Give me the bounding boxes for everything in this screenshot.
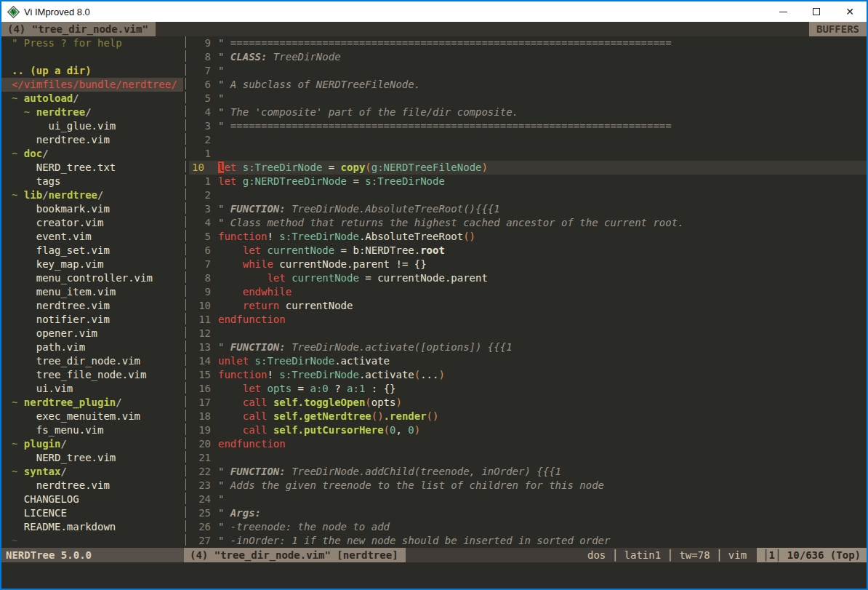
code-line[interactable]: 11endfunction <box>189 313 867 327</box>
line-number: 1 <box>189 175 211 188</box>
code-line-text: function! s:TreeDirNode.activate(...) <box>211 368 445 382</box>
tree-item[interactable] <box>1 50 183 64</box>
code-line[interactable]: 27" -inOrder: 1 if the new node should b… <box>189 534 867 548</box>
tree-item[interactable]: ~ nerdtree_plugin/ <box>1 396 183 410</box>
code-line[interactable]: 9 endwhile <box>189 285 867 299</box>
code-line[interactable]: 21 <box>189 451 867 465</box>
command-line[interactable] <box>1 562 867 589</box>
tree-item[interactable]: ~ syntax/ <box>1 465 183 479</box>
line-number: 14 <box>189 354 211 368</box>
code-line[interactable]: 19 call self.putCursorHere(0, 0) <box>189 423 867 437</box>
tree-item[interactable]: fs_menu.vim <box>1 423 183 437</box>
tree-item[interactable]: NERD_tree.vim <box>1 451 183 465</box>
code-line[interactable]: 4" The 'composite' part of the file/dir … <box>189 105 867 119</box>
code-line[interactable]: 25" Args: <box>189 506 867 520</box>
tree-item[interactable]: ~ autoload/ <box>1 92 183 105</box>
tree-item[interactable]: creator.vim <box>1 216 183 230</box>
tree-item[interactable]: ~ plugin/ <box>1 437 183 451</box>
code-line[interactable]: 7" <box>189 64 867 78</box>
code-line-text: call self.getNerdtree().render() <box>211 410 438 423</box>
tree-item[interactable]: event.vim <box>1 230 183 244</box>
tree-item[interactable]: ui.vim <box>1 382 183 396</box>
tree-item-text: key_map.vim <box>4 258 103 270</box>
code-line[interactable]: 1 <box>189 147 867 161</box>
tab-tree-dir-node[interactable]: (4) "tree_dir_node.vim" <box>1 22 156 36</box>
tree-item[interactable]: ~ lib/nerdtree/ <box>1 188 183 202</box>
code-line-text: " -treenode: the node to add <box>211 520 390 534</box>
code-line[interactable]: 23" Adds the given treenode to the list … <box>189 479 867 493</box>
tree-item[interactable]: LICENCE <box>1 506 183 520</box>
tree-item[interactable]: nerdtree.vim <box>1 479 183 493</box>
code-line[interactable]: 8" CLASS: TreeDirNode <box>189 50 867 64</box>
tree-item[interactable]: NERD_tree.txt <box>1 161 183 175</box>
code-line[interactable]: 6 let currentNode = b:NERDTree.root <box>189 244 867 258</box>
tree-item[interactable]: ~ doc/ <box>1 147 183 161</box>
tree-item-text: .. (up a dir) <box>4 65 92 76</box>
code-line[interactable]: 10let s:TreeDirNode = copy(g:NERDTreeFil… <box>189 161 867 175</box>
maximize-button[interactable] <box>800 1 833 22</box>
code-line[interactable]: 9" =====================================… <box>189 36 867 50</box>
line-number: 3 <box>189 119 211 133</box>
tree-item[interactable]: tree_file_node.vim <box>1 368 183 382</box>
tree-item[interactable]: " Press ? for help <box>1 36 183 50</box>
code-line[interactable]: 14unlet s:TreeDirNode.activate <box>189 354 867 368</box>
code-line[interactable]: 8 let currentNode = currentNode.parent <box>189 271 867 285</box>
tree-item[interactable]: bookmark.vim <box>1 202 183 216</box>
tree-item[interactable]: opener.vim <box>1 327 183 340</box>
code-line[interactable]: 12 <box>189 327 867 340</box>
tree-item[interactable]: key_map.vim <box>1 258 183 271</box>
tree-item[interactable]: notifier.vim <box>1 313 183 327</box>
code-line[interactable]: 16 let opts = a:0 ? a:1 : {} <box>189 382 867 396</box>
code-line[interactable]: 18 call self.getNerdtree().render() <box>189 410 867 423</box>
code-line[interactable]: 3" =====================================… <box>189 119 867 133</box>
tree-item[interactable]: CHANGELOG <box>1 493 183 506</box>
tree-item[interactable]: menu_controller.vim <box>1 271 183 285</box>
code-line[interactable]: 13" FUNCTION: TreeDirNode.activate([opti… <box>189 340 867 354</box>
tree-item[interactable]: nerdtree.vim <box>1 299 183 313</box>
line-number: 1 <box>189 147 211 161</box>
tree-item-text: NERD_tree.vim <box>4 452 116 463</box>
tree-item[interactable]: flag_set.vim <box>1 244 183 258</box>
tree-item[interactable]: menu_item.vim <box>1 285 183 299</box>
tree-item[interactable]: path.vim <box>1 340 183 354</box>
code-line[interactable]: 26" -treenode: the node to add <box>189 520 867 534</box>
code-line[interactable]: 22" FUNCTION: TreeDirNode.addChild(treen… <box>189 465 867 479</box>
tree-item[interactable]: nerdtree.vim <box>1 133 183 147</box>
code-line[interactable]: 2 <box>189 188 867 202</box>
tree-item[interactable]: </vimfiles/bundle/nerdtree/ <box>1 78 183 92</box>
window-separator[interactable] <box>183 36 189 548</box>
editor-pane[interactable]: 9" =====================================… <box>189 36 867 548</box>
line-number: 16 <box>189 382 211 396</box>
code-line[interactable]: 3" FUNCTION: TreeDirNode.AbsoluteTreeRoo… <box>189 202 867 216</box>
code-line[interactable]: 17 call self.toggleOpen(opts) <box>189 396 867 410</box>
tree-item[interactable]: tags <box>1 175 183 188</box>
code-line[interactable]: 15function! s:TreeDirNode.activate(...) <box>189 368 867 382</box>
code-line[interactable]: 7 while currentNode.parent != {} <box>189 258 867 271</box>
tree-item[interactable]: README.markdown <box>1 520 183 534</box>
code-line[interactable]: 4" Class method that returns the highest… <box>189 216 867 230</box>
code-line[interactable]: 1let g:NERDTreeDirNode = s:TreeDirNode <box>189 175 867 188</box>
code-line[interactable]: 6" A subclass of NERDTreeFileNode. <box>189 78 867 92</box>
code-line[interactable]: 5" <box>189 92 867 105</box>
tree-item-text: nerdtree.vim <box>4 479 110 491</box>
close-button[interactable]: ✕ <box>833 1 867 22</box>
statusline: NERDTree 5.0.0 (4) "tree_dir_node.vim" [… <box>1 548 867 562</box>
code-line[interactable]: 2 <box>189 133 867 147</box>
tree-item[interactable]: ui_glue.vim <box>1 119 183 133</box>
code-line[interactable]: 24" <box>189 493 867 506</box>
nerdtree-pane[interactable]: " Press ? for help.. (up a dir)</vimfile… <box>1 36 183 548</box>
tree-item-text: ~ nerdtree_plugin/ <box>4 396 122 408</box>
code-line[interactable]: 20endfunction <box>189 437 867 451</box>
line-number: 9 <box>189 36 211 50</box>
code-line-text: " CLASS: TreeDirNode <box>211 50 341 64</box>
code-line[interactable]: 10 return currentNode <box>189 299 867 313</box>
tree-item[interactable]: exec_menuitem.vim <box>1 410 183 423</box>
minimize-button[interactable] <box>766 1 800 22</box>
tree-item[interactable]: ~ nerdtree/ <box>1 105 183 119</box>
tree-item[interactable]: ~ <box>1 534 183 548</box>
tree-item[interactable]: tree_dir_node.vim <box>1 354 183 368</box>
code-line[interactable]: 5function! s:TreeDirNode.AbsoluteTreeRoo… <box>189 230 867 244</box>
code-line-text: endfunction <box>211 313 286 327</box>
tree-item[interactable]: .. (up a dir) <box>1 64 183 78</box>
tree-item-text: ui_glue.vim <box>4 120 116 132</box>
